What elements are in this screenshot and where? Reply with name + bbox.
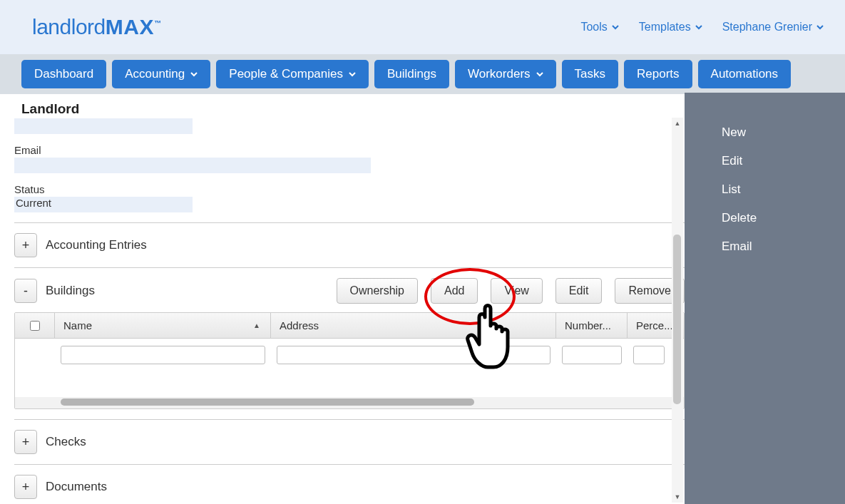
status-label: Status [14,183,685,195]
buildings-title: Buildings [46,284,95,298]
filter-percent-input[interactable] [633,346,665,364]
filter-row [15,339,684,371]
section-documents: + Documents [14,475,685,499]
toggle-accounting-entries[interactable]: + [14,233,37,257]
toggle-checks[interactable]: + [14,430,37,454]
chevron-down-icon [349,71,356,78]
nav-tasks[interactable]: Tasks [562,60,618,88]
ownership-button[interactable]: Ownership [337,278,418,304]
nav-workorders[interactable]: Workorders [455,60,556,88]
vertical-scrollbar[interactable]: ▲ ▼ [672,118,683,503]
accounting-entries-title: Accounting Entries [46,238,147,252]
sidebar-email[interactable]: Email [722,240,845,254]
nav-buildings-label: Buildings [387,67,436,81]
view-button[interactable]: View [491,278,542,304]
field-status: Status Current [14,183,685,212]
column-checkbox[interactable] [15,313,55,338]
ownership-label: Ownership [350,284,404,297]
menu-templates[interactable]: Templates [639,21,702,34]
sidebar-delete[interactable]: Delete [722,211,845,225]
scroll-up-icon[interactable]: ▲ [672,118,683,129]
action-sidebar: New Edit List Delete Email [685,93,845,504]
nav-dashboard-label: Dashboard [34,67,93,81]
column-address-label: Address [280,319,319,331]
nav-reports-label: Reports [637,67,680,81]
menu-tools[interactable]: Tools [580,21,618,34]
menu-tools-label: Tools [580,21,607,34]
toggle-documents[interactable]: + [14,475,37,499]
email-value[interactable] [14,158,371,173]
nav-dashboard[interactable]: Dashboard [21,60,106,88]
main-content: Email Status Current + Accounting Entrie… [14,118,685,503]
status-value[interactable]: Current [14,197,193,212]
column-number[interactable]: Number... [556,313,628,338]
field-phone [14,118,685,137]
section-checks: + Checks [14,430,685,454]
edit-label: Edit [569,284,589,297]
minus-icon: - [24,284,28,299]
column-percent[interactable]: Perce... [628,313,670,338]
scroll-down-icon[interactable]: ▼ [672,491,683,503]
plus-icon: + [22,480,30,495]
chevron-down-icon [612,24,619,31]
horizontal-scrollbar[interactable] [15,397,684,408]
edit-button[interactable]: Edit [555,278,603,304]
add-button[interactable]: Add [431,278,478,304]
filter-address-input[interactable] [277,346,550,364]
phone-value[interactable] [14,118,193,134]
vertical-scrollbar-thumb[interactable] [673,235,681,404]
table-body [15,339,684,394]
column-number-label: Number... [565,319,611,331]
divider [14,267,685,268]
column-address[interactable]: Address [271,313,556,338]
chevron-down-icon [190,71,198,78]
plus-icon: + [22,238,30,253]
nav-buildings[interactable]: Buildings [374,60,449,88]
filter-number-input[interactable] [562,346,622,364]
section-accounting-entries: + Accounting Entries [14,233,685,257]
column-percent-label: Perce... [636,319,673,331]
toggle-buildings[interactable]: - [14,279,37,303]
documents-title: Documents [46,480,107,494]
logo-tm: ™ [154,19,161,27]
nav-workorders-label: Workorders [468,67,531,81]
logo-suffix: MAX [106,15,154,38]
logo: landlordMAX™ [32,15,160,39]
plus-icon: + [22,435,30,450]
section-buildings: - Buildings Ownership Add View Edit Remo… [14,278,685,304]
nav-automations[interactable]: Automations [698,60,792,88]
chevron-down-icon [536,71,543,78]
column-name[interactable]: Name▲ [55,313,271,338]
column-name-label: Name [63,319,92,331]
sidebar-edit[interactable]: Edit [722,154,845,168]
nav-people-label: People & Companies [229,67,343,81]
divider [14,464,685,465]
select-all-checkbox[interactable] [30,321,40,331]
filter-name-input[interactable] [61,346,265,364]
nav-bar: Dashboard Accounting People & Companies … [0,54,845,94]
menu-user[interactable]: Stephane Grenier [722,21,824,34]
top-menu: Tools Templates Stephane Grenier [580,21,824,34]
add-label: Add [444,284,464,297]
table-header: Name▲ Address Number... Perce... [15,313,684,339]
nav-accounting[interactable]: Accounting [112,60,210,88]
menu-user-label: Stephane Grenier [722,21,812,34]
nav-accounting-label: Accounting [125,67,185,81]
horizontal-scrollbar-thumb[interactable] [61,398,474,406]
divider [14,419,685,420]
top-bar: landlordMAX™ Tools Templates Stephane Gr… [0,0,845,54]
divider [14,222,685,223]
checks-title: Checks [46,435,86,449]
nav-automations-label: Automations [711,67,779,81]
nav-people-companies[interactable]: People & Companies [216,60,369,88]
chevron-down-icon [695,24,702,31]
sidebar-list[interactable]: List [722,182,845,197]
sidebar-new[interactable]: New [722,125,845,140]
email-label: Email [14,144,685,156]
chevron-down-icon [816,24,824,31]
nav-tasks-label: Tasks [575,67,605,81]
sort-arrow-icon: ▲ [253,322,260,329]
view-label: View [504,284,528,297]
menu-templates-label: Templates [639,21,691,34]
nav-reports[interactable]: Reports [624,60,692,88]
